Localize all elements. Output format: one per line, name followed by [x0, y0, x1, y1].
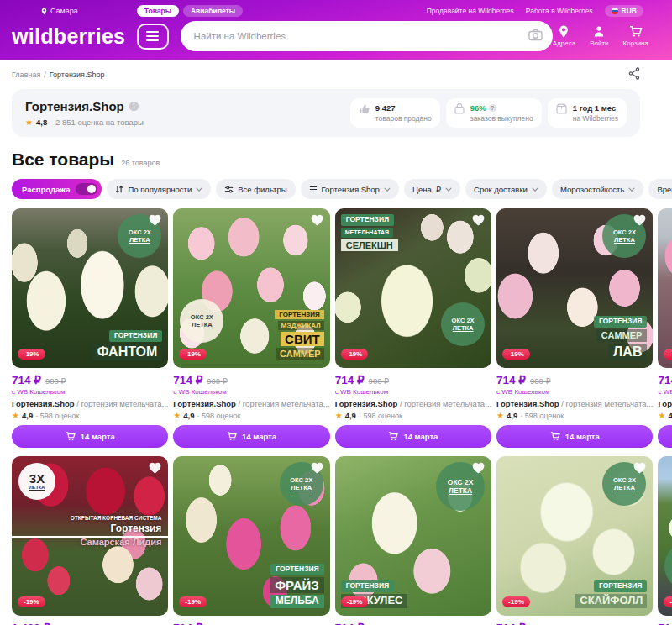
- chevron-down-icon: [628, 187, 635, 192]
- sale-toggle[interactable]: Распродажа: [12, 179, 102, 199]
- product-card[interactable]: ОКС 2хЛЕТКА ГОРТЕНЗИЯ САММЕР ЛАВ -19% 71…: [496, 208, 653, 448]
- all-filters-button[interactable]: Все фильтры: [216, 179, 295, 199]
- photo-search-icon[interactable]: [528, 29, 543, 45]
- location-pin-icon: [40, 7, 48, 16]
- share-icon[interactable]: [628, 67, 640, 81]
- price: 714 ₽: [173, 621, 202, 625]
- city-selector[interactable]: Самара: [40, 7, 78, 16]
- help-icon[interactable]: ?: [489, 104, 496, 112]
- nav-addresses[interactable]: Адреса: [553, 25, 575, 47]
- stat-tenure: 1 год 1 месна Wildberries: [548, 98, 627, 128]
- nav-login[interactable]: Войти: [590, 25, 608, 47]
- price: 714 ₽: [658, 621, 672, 625]
- product-image[interactable]: 3хЛЕТКА ОТКРЫТАЯ КОРНЕВАЯ СИСТЕМА Гортен…: [12, 456, 168, 616]
- product-card[interactable]: ОКС 2хЛЕТКА ГОРТЕНЗИЯ ПОЛАР БИР -19% 714…: [658, 456, 672, 625]
- add-to-cart-button[interactable]: 14 марта: [496, 425, 653, 448]
- product-image[interactable]: ГОРТЕНЗИЯ МЕТЕЛЬЧАТАЯ СЕЛЕКШН ОКС 2хЛЕТК…: [335, 208, 491, 368]
- currency-selector[interactable]: RUB: [605, 5, 643, 17]
- favorite-icon[interactable]: [310, 461, 324, 477]
- product-image[interactable]: ОКС 2хЛЕТКА ГОРТЕНЗИЯ ФАНТОМ -19%: [12, 208, 168, 368]
- tab-goods[interactable]: Товары: [137, 5, 179, 17]
- chevron-down-icon: [196, 187, 202, 192]
- price: 1 428 ₽: [12, 621, 50, 625]
- product-image[interactable]: ОКС 2хЛЕТКА ГОРТЕНЗИЯ СКАЙФОЛЛ -19%: [496, 456, 653, 616]
- product-card[interactable]: ОКС 2хЛЕТКА ГОРТЕНЗИЯ ФРАЙЗ МЕЛЬБА -19% …: [173, 456, 329, 625]
- jobs-link[interactable]: Работа в Wildberries: [526, 7, 593, 15]
- price: 714 ₽: [12, 373, 41, 386]
- nav-cart[interactable]: Корзина: [623, 25, 648, 47]
- favorite-icon[interactable]: [148, 461, 162, 477]
- product-image[interactable]: ОКС 2хЛЕТКА ГОРТЕНЗИЯ ПОЛАР БИР -19%: [658, 456, 672, 616]
- product-card[interactable]: ОКС 2хЛЕТКА ГОРТЕНЗИЯ ФАНТОМ -19% 714 ₽9…: [12, 208, 168, 448]
- sort-icon: [115, 185, 123, 194]
- variety-labels: ГОРТЕНЗИЯ САММЕР ЛАВ: [594, 316, 647, 360]
- product-title[interactable]: Гортензия.Shop / гортензия метельчата...: [335, 399, 491, 408]
- product-card[interactable]: 3хЛЕТКА ОТКРЫТАЯ КОРНЕВАЯ СИСТЕМА Гортен…: [12, 456, 168, 625]
- add-to-cart-button[interactable]: 14 марта: [173, 425, 329, 448]
- product-title[interactable]: Гортензия.Shop / гортензия метельчата...: [658, 399, 672, 408]
- breadcrumb: Главная / Гортензия.Shop: [12, 67, 640, 81]
- product-title[interactable]: Гортензия.Shop / гортензия метельчата...: [173, 399, 329, 408]
- old-price: 900 ₽: [45, 376, 66, 386]
- addresses-pin-icon: [558, 25, 570, 38]
- product-title[interactable]: Гортензия.Shop / гортензия метельчата...: [12, 399, 168, 408]
- tab-avia[interactable]: Авиабилеты: [183, 5, 243, 17]
- add-to-cart-button[interactable]: 14 марта: [12, 425, 168, 448]
- product-grid: ОКС 2хЛЕТКА ГОРТЕНЗИЯ ФАНТОМ -19% 714 ₽9…: [12, 208, 640, 625]
- product-card[interactable]: ОКС 2хЛЕТКА ГОРТЕНЗИЯ МЭДЖИКАЛ СВИТ САММ…: [173, 208, 329, 448]
- header-nav: Адреса Войти Корзина: [553, 25, 648, 47]
- delivery-filter-dropdown[interactable]: Срок доставки: [465, 179, 547, 199]
- add-to-cart-button[interactable]: 14 марта: [658, 425, 672, 448]
- product-card[interactable]: ОКС 2хЛЕТКА ГОРТЕНЗИЯ ГЕРКУЛЕС -19% 714 …: [335, 456, 491, 625]
- search-input[interactable]: [181, 21, 553, 51]
- product-image[interactable]: ОКС 2хЛЕТКА ГОРТЕНЗИЯ МЭДЖИКАЛ СВИТ САММ…: [173, 208, 329, 368]
- favorite-icon[interactable]: [310, 213, 324, 229]
- product-image[interactable]: ОКС 2хЛЕТКА ГОРТЕНЗИЯ САММЕР ЛАВ -19%: [496, 208, 653, 368]
- seller-filter-dropdown[interactable]: Гортензия.Shop: [301, 179, 399, 199]
- product-image[interactable]: ОКС 2хЛЕТКА ГОРТЕНЗИЯ ФРАЙЗ МЕЛЬБА -19%: [173, 456, 329, 616]
- main-header: Самара Товары Авиабилеты Продавайте на W…: [0, 0, 672, 60]
- discount-badge: -19%: [18, 596, 45, 607]
- ripening-filter-dropdown[interactable]: Время созревания: [648, 179, 672, 199]
- price: 714 ₽: [335, 373, 365, 386]
- shop-rating[interactable]: ★ 4,8 · 2 851 оценка на товары: [25, 118, 144, 127]
- chevron-down-icon: [532, 187, 538, 192]
- favorite-icon[interactable]: [633, 461, 647, 477]
- wallet-price-note: с WB Кошельком: [12, 388, 168, 396]
- old-price: 900 ₽: [530, 376, 551, 386]
- shop-stats: 9 427товаров продано 96% ? заказов выкуп…: [350, 98, 627, 128]
- add-to-cart-button[interactable]: 14 марта: [335, 425, 491, 448]
- cart-icon: [629, 25, 643, 38]
- price: 714 ₽: [496, 621, 526, 625]
- info-icon[interactable]: [129, 101, 139, 112]
- sapling-age-badge: ОКС 2хЛЕТКА: [664, 542, 672, 591]
- frost-filter-dropdown[interactable]: Морозостойкость: [552, 179, 643, 199]
- product-image[interactable]: ОКС 2хЛЕТКА ГОРТЕНЗИЯ СТРОБЕРРИ БЛОССОМ …: [658, 208, 672, 368]
- wallet-price-note: с WB Кошельком: [496, 388, 653, 396]
- flag-icon: [612, 8, 618, 14]
- breadcrumb-home[interactable]: Главная: [12, 71, 40, 79]
- product-title[interactable]: Гортензия.Shop / гортензия метельчата...: [496, 399, 653, 408]
- favorite-icon[interactable]: [633, 213, 647, 229]
- product-card[interactable]: ГОРТЕНЗИЯ МЕТЕЛЬЧАТАЯ СЕЛЕКШН ОКС 2хЛЕТК…: [335, 208, 491, 448]
- shop-name: Гортензия.Shop: [25, 99, 144, 113]
- favorite-icon[interactable]: [471, 213, 486, 229]
- bag-icon: [454, 103, 465, 114]
- product-rating: ★4,9· 598 оценок: [496, 411, 653, 420]
- catalog-menu-button[interactable]: [137, 24, 168, 50]
- product-card[interactable]: ОКС 2хЛЕТКА ГОРТЕНЗИЯ СТРОБЕРРИ БЛОССОМ …: [658, 208, 672, 448]
- variety-labels: ОТКРЫТАЯ КОРНЕВАЯ СИСТЕМА Гортензия Сама…: [71, 515, 162, 547]
- wildberries-logo[interactable]: wildberries: [12, 24, 125, 49]
- price-filter-dropdown[interactable]: Цена, ₽: [404, 179, 460, 199]
- wallet-price-note: с WB Кошельком: [658, 388, 672, 396]
- favorite-icon[interactable]: [148, 213, 162, 229]
- product-card[interactable]: ОКС 2хЛЕТКА ГОРТЕНЗИЯ СКАЙФОЛЛ -19% 714 …: [496, 456, 653, 625]
- favorite-icon[interactable]: [471, 461, 486, 477]
- product-image[interactable]: ОКС 2хЛЕТКА ГОРТЕНЗИЯ ГЕРКУЛЕС -19%: [335, 456, 491, 616]
- filter-bar: Распродажа По популярности Все фильтры Г…: [12, 179, 640, 199]
- thumbs-up-icon: [359, 103, 370, 114]
- star-icon: ★: [25, 118, 33, 127]
- wallet-price-note: с WB Кошельком: [173, 388, 329, 396]
- sell-on-wb-link[interactable]: Продавайте на Wildberries: [427, 7, 514, 15]
- sort-dropdown[interactable]: По популярности: [107, 179, 211, 199]
